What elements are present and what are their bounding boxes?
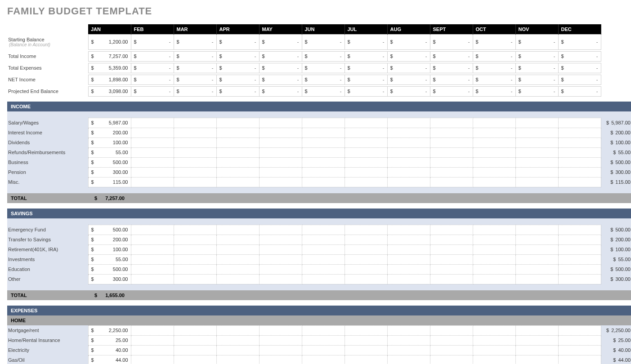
money-cell[interactable] xyxy=(216,274,259,284)
money-cell[interactable]: $- xyxy=(131,63,174,73)
money-cell[interactable] xyxy=(259,264,302,274)
money-cell[interactable] xyxy=(558,225,601,235)
money-cell[interactable] xyxy=(430,235,473,244)
money-cell[interactable] xyxy=(387,254,430,264)
money-cell[interactable] xyxy=(131,345,174,355)
money-cell[interactable] xyxy=(131,225,174,235)
money-cell[interactable]: $- xyxy=(515,51,558,61)
money-cell[interactable]: $- xyxy=(473,86,515,96)
money-cell[interactable] xyxy=(216,325,259,335)
money-cell[interactable] xyxy=(174,335,216,345)
money-cell[interactable] xyxy=(174,345,216,355)
money-cell[interactable] xyxy=(387,264,430,274)
money-cell[interactable] xyxy=(558,325,601,335)
money-cell[interactable] xyxy=(515,355,558,364)
money-cell[interactable] xyxy=(216,244,259,254)
money-cell[interactable]: $40.00 xyxy=(88,345,131,355)
money-cell[interactable] xyxy=(430,225,473,235)
money-cell[interactable] xyxy=(174,138,216,147)
money-cell[interactable] xyxy=(387,128,430,138)
money-cell[interactable]: $- xyxy=(345,34,387,49)
money-cell[interactable]: $- xyxy=(430,75,473,84)
money-cell[interactable] xyxy=(430,335,473,345)
money-cell[interactable] xyxy=(259,345,302,355)
money-cell[interactable] xyxy=(430,355,473,364)
money-cell[interactable] xyxy=(558,335,601,345)
money-cell[interactable] xyxy=(131,167,174,177)
money-cell[interactable] xyxy=(345,235,387,244)
money-cell[interactable] xyxy=(259,167,302,177)
money-cell[interactable] xyxy=(216,355,259,364)
money-cell[interactable]: $- xyxy=(558,75,601,84)
money-cell[interactable]: $5,987.00 xyxy=(88,118,131,128)
money-cell[interactable] xyxy=(473,147,515,157)
money-cell[interactable]: $- xyxy=(302,63,345,73)
money-cell[interactable]: $100.00 xyxy=(88,244,131,254)
money-cell[interactable]: $- xyxy=(515,75,558,84)
money-cell[interactable] xyxy=(473,167,515,177)
money-cell[interactable] xyxy=(259,147,302,157)
money-cell[interactable]: $- xyxy=(131,75,174,84)
money-cell[interactable]: $- xyxy=(558,63,601,73)
money-cell[interactable]: $- xyxy=(473,63,515,73)
money-cell[interactable]: $- xyxy=(174,75,216,84)
money-cell[interactable] xyxy=(345,147,387,157)
money-cell[interactable] xyxy=(259,177,302,187)
money-cell[interactable] xyxy=(131,138,174,147)
money-cell[interactable] xyxy=(216,225,259,235)
money-cell[interactable]: $- xyxy=(558,86,601,96)
money-cell[interactable] xyxy=(345,177,387,187)
money-cell[interactable] xyxy=(515,274,558,284)
money-cell[interactable] xyxy=(259,235,302,244)
money-cell[interactable]: $- xyxy=(387,63,430,73)
money-cell[interactable] xyxy=(473,118,515,128)
money-cell[interactable]: $44.00 xyxy=(88,355,131,364)
money-cell[interactable] xyxy=(216,264,259,274)
money-cell[interactable] xyxy=(558,167,601,177)
money-cell[interactable]: $- xyxy=(302,75,345,84)
money-cell[interactable] xyxy=(430,264,473,274)
money-cell[interactable] xyxy=(345,345,387,355)
money-cell[interactable] xyxy=(345,118,387,128)
money-cell[interactable] xyxy=(302,225,345,235)
money-cell[interactable] xyxy=(387,118,430,128)
money-cell[interactable]: $55.00 xyxy=(88,147,131,157)
money-cell[interactable] xyxy=(473,157,515,167)
money-cell[interactable] xyxy=(515,157,558,167)
money-cell[interactable] xyxy=(515,128,558,138)
money-cell[interactable] xyxy=(345,254,387,264)
money-cell[interactable] xyxy=(131,254,174,264)
money-cell[interactable]: $- xyxy=(131,86,174,96)
money-cell[interactable] xyxy=(131,244,174,254)
money-cell[interactable] xyxy=(216,157,259,167)
money-cell[interactable] xyxy=(515,325,558,335)
money-cell[interactable]: $200.00 xyxy=(88,235,131,244)
money-cell[interactable] xyxy=(174,325,216,335)
money-cell[interactable]: $- xyxy=(259,75,302,84)
money-cell[interactable] xyxy=(302,244,345,254)
money-cell[interactable] xyxy=(302,177,345,187)
money-cell[interactable]: $- xyxy=(515,86,558,96)
money-cell[interactable] xyxy=(216,147,259,157)
money-cell[interactable] xyxy=(131,147,174,157)
money-cell[interactable]: $- xyxy=(430,86,473,96)
money-cell[interactable] xyxy=(131,235,174,244)
money-cell[interactable]: $1,200.00 xyxy=(88,34,131,49)
money-cell[interactable] xyxy=(387,147,430,157)
money-cell[interactable]: $200.00 xyxy=(88,128,131,138)
money-cell[interactable] xyxy=(558,118,601,128)
money-cell[interactable] xyxy=(259,325,302,335)
money-cell[interactable] xyxy=(302,118,345,128)
money-cell[interactable] xyxy=(515,254,558,264)
money-cell[interactable] xyxy=(174,118,216,128)
money-cell[interactable] xyxy=(515,177,558,187)
money-cell[interactable] xyxy=(387,235,430,244)
money-cell[interactable] xyxy=(131,264,174,274)
money-cell[interactable]: $- xyxy=(302,51,345,61)
money-cell[interactable] xyxy=(430,147,473,157)
money-cell[interactable]: $- xyxy=(174,86,216,96)
money-cell[interactable] xyxy=(216,235,259,244)
money-cell[interactable] xyxy=(174,177,216,187)
money-cell[interactable] xyxy=(558,274,601,284)
money-cell[interactable] xyxy=(387,225,430,235)
